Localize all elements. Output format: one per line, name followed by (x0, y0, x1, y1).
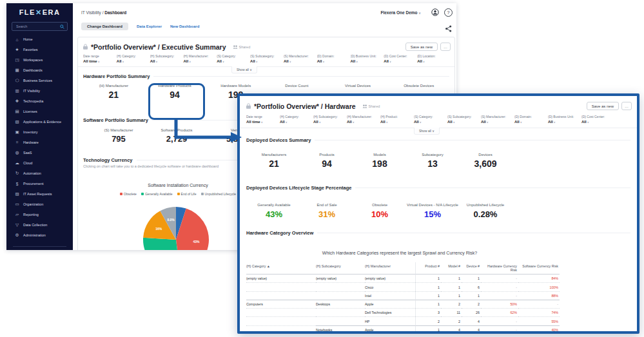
filter-label: (D) Location: (417, 54, 451, 58)
hw-filter-2[interactable]: (H) Subcategory:All ∨ (313, 115, 347, 124)
sidebar-item-hardware[interactable]: ⌗Hardware (6, 137, 73, 148)
sidebar-item-organization[interactable]: ▭Organization (6, 199, 73, 209)
show-all-toggle[interactable]: Show all ∨ (414, 128, 440, 135)
table-cell: - (481, 316, 518, 325)
more-options-button[interactable]: … (621, 102, 632, 110)
legend-item-2[interactable]: End of Life (177, 192, 197, 196)
help-icon[interactable]: ? (444, 8, 453, 17)
kpi-label: Devices (459, 153, 512, 157)
table-header-3[interactable]: Product # (415, 262, 441, 274)
new-dashboard-link[interactable]: New Dashboard (170, 24, 199, 28)
data-explorer-link[interactable]: Data Explorer (137, 24, 162, 28)
hw-filter-5[interactable]: (S) Category:All ∨ (414, 115, 447, 124)
sidebar-item-reporting[interactable]: ▱Reporting (6, 209, 73, 220)
section-divider (317, 233, 630, 233)
exec-filter-2[interactable]: (H) Subcategory:All ∨ (150, 54, 184, 63)
table-cell: - (481, 325, 518, 334)
save-as-new-button[interactable]: Save as new (587, 102, 619, 110)
breadcrumb-section: IT Visibility / (81, 10, 104, 15)
kpi-label: Obsolete (353, 198, 406, 207)
exec-filter-5[interactable]: (S) Subcategory:All ∨ (250, 54, 284, 63)
hw-filter-0[interactable]: Date rangeAll time ∨ (246, 115, 280, 124)
sidebar-item-cloud[interactable]: ☁Cloud (6, 158, 73, 168)
sidebar-item-automation[interactable]: ↻Automation (6, 168, 73, 178)
avatar-icon[interactable] (431, 8, 439, 16)
kpi-value: 13 (406, 159, 459, 169)
exec-filter-6[interactable]: (S) Manufacturer:All ∨ (284, 54, 317, 63)
table-cell: 74% (518, 308, 560, 316)
filter-label: (S) Subcategory: (447, 115, 481, 119)
sidebar-item-licenses[interactable]: ▤Licenses (6, 106, 73, 117)
hw-filter-8[interactable]: (D) Domain:All ∨ (514, 115, 548, 124)
legend-item-3[interactable]: Unpublished Lifecycle (201, 192, 237, 196)
save-as-new-button[interactable]: Save as new (405, 43, 438, 51)
exec-filter-3[interactable]: (H) Manufacturer:All ∨ (183, 54, 217, 63)
sidebar-item-dashboards[interactable]: ▦Dashboards (6, 65, 73, 75)
exec-filter-10[interactable]: (D) Location:All ∨ (417, 54, 451, 63)
sidebar-item-label: Inventory (23, 130, 38, 134)
table-cell (246, 325, 316, 334)
sidebar-item-applications-evidence[interactable]: ▧Applications & Evidence (6, 117, 73, 127)
sidebar-item-data-collection[interactable]: ▽Data Collection (6, 220, 73, 230)
chevron-down-icon: ∨ (352, 120, 355, 124)
table-cell: 1 (462, 291, 481, 300)
legend-item-1[interactable]: Generally Available (141, 192, 173, 196)
table-cell: Desktops (316, 300, 365, 308)
sidebar-item-inventory[interactable]: ▣Inventory (6, 127, 73, 137)
sidebar-item-business-services[interactable]: ⬡Business Services (6, 75, 73, 86)
sidebar-item-label: Workspaces (23, 58, 43, 62)
search-input[interactable] (15, 24, 60, 29)
lock-icon (246, 103, 251, 109)
more-options-button[interactable]: … (440, 43, 451, 51)
table-cell: 1 (441, 291, 462, 300)
filter-label: (H) Manufacturer: (347, 115, 380, 119)
search-icon[interactable] (60, 24, 64, 29)
filter-label: Date range (246, 115, 280, 119)
sidebar-item-saas[interactable]: ◍SaaS (6, 148, 73, 158)
exec-filter-9[interactable]: (D) Cost Center:All ∨ (384, 54, 417, 63)
chevron-down-icon: ∨ (418, 11, 421, 15)
sidebar-item-technopedia[interactable]: ❖Technopedia (6, 96, 73, 106)
table-header-0[interactable]: (H) Category ▲ (246, 262, 316, 274)
sidebar-item-label: Applications & Evidence (23, 120, 61, 124)
table-cell: 1 (415, 300, 441, 308)
sidebar-item-administration[interactable]: ⚙Administration (6, 230, 73, 240)
sidebar-item-home[interactable]: ⌂Home (6, 34, 73, 44)
sidebar-item-favorites[interactable]: ★Favorites (6, 44, 73, 55)
administration-icon: ⚙ (14, 233, 20, 238)
account-menu[interactable]: Flexera One Demo ∨ (380, 10, 421, 15)
table-header-6[interactable]: Hardware Currency Risk (481, 262, 518, 274)
hardware-category-table: (H) Category ▲(H) Subcategory(H) Manufac… (246, 262, 560, 334)
filter-label: (D) Cost Center: (581, 115, 615, 119)
lifecycle-kpi-1: End of Sale31% (300, 198, 353, 219)
show-all-toggle[interactable]: Show all ∨ (231, 66, 257, 73)
hw-filter-1[interactable]: (H) Category:All ∨ (280, 115, 313, 124)
table-header-2[interactable]: (H) Manufacturer (365, 262, 415, 274)
sidebar-item-it-visibility[interactable]: ▥IT Visibility (6, 86, 73, 96)
table-header-5[interactable]: Device # (462, 262, 481, 274)
hw-filter-3[interactable]: (H) Manufacturer:All ∨ (347, 115, 380, 124)
sidebar-item-workspaces[interactable]: ◳Workspaces (6, 55, 73, 65)
hw-filter-4[interactable]: (H) Product:All ∨ (380, 115, 414, 124)
change-dashboard-button[interactable]: Change Dashboard (81, 23, 128, 30)
hw-filter-7[interactable]: (S) Manufacturer:All ∨ (481, 115, 514, 124)
table-cell: Intel (365, 291, 415, 300)
share-icon[interactable] (445, 25, 452, 32)
table-cell: 84% (518, 274, 560, 282)
hw-filter-10[interactable]: (D) Cost Center:All ∨ (581, 115, 615, 124)
exec-filter-0[interactable]: Date rangeAll time ∨ (83, 54, 117, 63)
legend-item-0[interactable]: Obsolete (120, 192, 137, 196)
exec-filter-1[interactable]: (H) Category:All ∨ (117, 54, 150, 63)
hw-filter-6[interactable]: (S) Subcategory:All ∨ (447, 115, 481, 124)
sidebar-item-it-asset-requests[interactable]: ▨IT Asset Requests (6, 189, 73, 199)
exec-filter-8[interactable]: (D) Business Unit:All ∨ (351, 54, 384, 63)
table-cell: 1 (415, 282, 441, 291)
sidebar-item-procurement[interactable]: $Procurement (6, 178, 73, 189)
table-header-7[interactable]: Software Currency Risk (518, 262, 560, 274)
table-header-1[interactable]: (H) Subcategory (316, 262, 365, 274)
exec-filter-4[interactable]: (S) Category:All ∨ (217, 54, 250, 63)
chevron-down-icon: ∨ (587, 120, 589, 124)
exec-filter-7[interactable]: (D) Domain:All ∨ (317, 54, 351, 63)
hw-filter-9[interactable]: (D) Business Unit:All ∨ (548, 115, 581, 124)
table-header-4[interactable]: Model # (441, 262, 462, 274)
